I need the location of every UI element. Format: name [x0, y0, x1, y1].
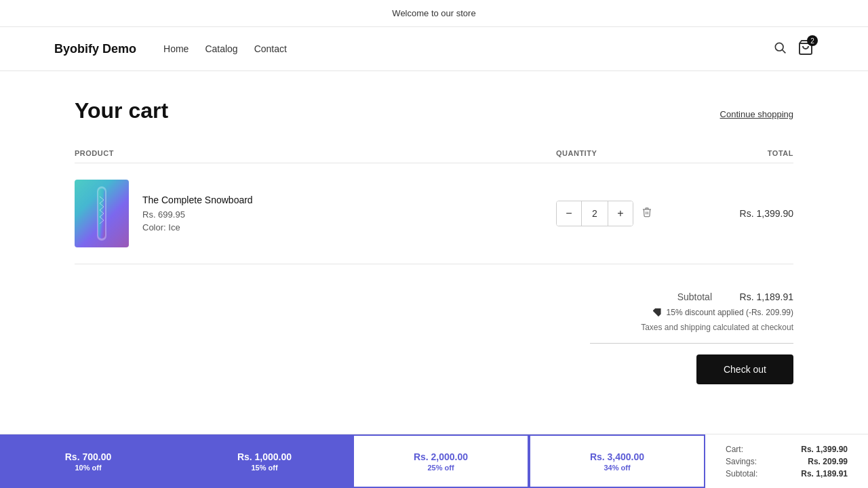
- subtotal-label: Subtotal: [677, 291, 712, 302]
- page-header: Your cart Continue shopping: [75, 98, 793, 123]
- quantity-box: − 2 +: [556, 201, 633, 226]
- tier-3[interactable]: Rs. 2,000.00 25% off: [353, 434, 529, 488]
- product-color: Color: Ice: [142, 222, 253, 232]
- quantity-value: 2: [581, 201, 608, 226]
- product-price: Rs. 699.95: [142, 209, 253, 220]
- header-left: Byobify Demo Home Catalog Contact: [54, 42, 287, 56]
- nav-catalog[interactable]: Catalog: [205, 43, 237, 54]
- product-name: The Complete Snowboard: [142, 195, 253, 205]
- totals-cart-label: Cart:: [726, 445, 743, 454]
- delete-item-button[interactable]: [642, 207, 652, 220]
- page-title: Your cart: [75, 98, 168, 123]
- main-content: Your cart Continue shopping PRODUCT QUAN…: [61, 71, 807, 463]
- header-right: 2: [773, 39, 814, 58]
- tier-3-amount: Rs. 2,000.00: [414, 451, 468, 462]
- tier-4-amount: Rs. 3,400.00: [590, 451, 644, 462]
- item-total: Rs. 1,399.90: [692, 208, 793, 219]
- top-banner: Welcome to our store: [0, 0, 868, 27]
- quantity-increase-button[interactable]: +: [608, 201, 633, 226]
- tier-4[interactable]: Rs. 3,400.00 34% off: [529, 434, 705, 488]
- totals-cart-row: Cart: Rs. 1,399.90: [726, 445, 848, 454]
- header: Byobify Demo Home Catalog Contact: [0, 27, 868, 71]
- svg-line-1: [783, 50, 786, 54]
- product-info: The Complete Snowboard Rs. 699.95 Color:…: [75, 180, 556, 247]
- tier-3-discount: 25% off: [427, 464, 454, 472]
- continue-shopping-link[interactable]: Continue shopping: [720, 109, 793, 119]
- discount-tag-icon: [653, 308, 661, 317]
- quantity-controls: − 2 +: [556, 201, 692, 226]
- checkout-button[interactable]: Check out: [696, 354, 793, 384]
- totals-savings-label: Savings:: [726, 457, 757, 466]
- tier-1[interactable]: Rs. 700.00 10% off: [0, 434, 176, 488]
- totals-cart-value: Rs. 1,399.90: [801, 445, 848, 454]
- totals-savings-value: Rs. 209.99: [808, 457, 848, 466]
- quantity-decrease-button[interactable]: −: [557, 201, 581, 226]
- nav-home[interactable]: Home: [163, 43, 189, 54]
- col-quantity: QUANTITY: [556, 149, 692, 157]
- main-nav: Home Catalog Contact: [163, 43, 287, 54]
- tier-4-discount: 34% off: [604, 464, 630, 472]
- taxes-note: Taxes and shipping calculated at checkou…: [75, 323, 793, 332]
- product-image: [75, 180, 129, 247]
- subtotal-row: Subtotal Rs. 1,189.91: [75, 291, 793, 302]
- cart-icon[interactable]: 2: [797, 39, 814, 58]
- brand-name[interactable]: Byobify Demo: [54, 42, 136, 56]
- product-details: The Complete Snowboard Rs. 699.95 Color:…: [142, 195, 253, 232]
- col-product: PRODUCT: [75, 149, 556, 157]
- col-total: TOTAL: [692, 149, 793, 157]
- totals-savings-row: Savings: Rs. 209.99: [726, 457, 848, 466]
- nav-contact[interactable]: Contact: [254, 43, 287, 54]
- totals-subtotal-label: Subtotal:: [726, 469, 757, 479]
- discount-row: 15% discount applied (-Rs. 209.99): [75, 308, 793, 317]
- totals-subtotal-value: Rs. 1,189.91: [801, 469, 848, 479]
- cart-totals-bar: Cart: Rs. 1,399.90 Savings: Rs. 209.99 S…: [705, 434, 868, 488]
- totals-subtotal-row: Subtotal: Rs. 1,189.91: [726, 469, 848, 479]
- banner-text: Welcome to our store: [392, 8, 475, 18]
- discount-text: 15% discount applied (-Rs. 209.99): [667, 308, 793, 317]
- tier-1-amount: Rs. 700.00: [65, 451, 112, 462]
- discount-bar: Rs. 700.00 10% off Rs. 1,000.00 15% off …: [0, 434, 868, 488]
- discount-tiers: Rs. 700.00 10% off Rs. 1,000.00 15% off …: [0, 434, 705, 488]
- tier-2-amount: Rs. 1,000.00: [237, 451, 292, 462]
- tier-2[interactable]: Rs. 1,000.00 15% off: [176, 434, 353, 488]
- cart-badge: 2: [807, 35, 818, 46]
- cart-summary: Subtotal Rs. 1,189.91 15% discount appli…: [75, 291, 793, 354]
- subtotal-value: Rs. 1,189.91: [726, 291, 793, 302]
- tier-1-discount: 10% off: [75, 464, 101, 472]
- search-icon[interactable]: [773, 41, 787, 57]
- svg-point-0: [775, 43, 783, 51]
- cart-table-header: PRODUCT QUANTITY TOTAL: [75, 144, 793, 163]
- cart-item: The Complete Snowboard Rs. 699.95 Color:…: [75, 163, 793, 264]
- tier-2-discount: 15% off: [251, 464, 277, 472]
